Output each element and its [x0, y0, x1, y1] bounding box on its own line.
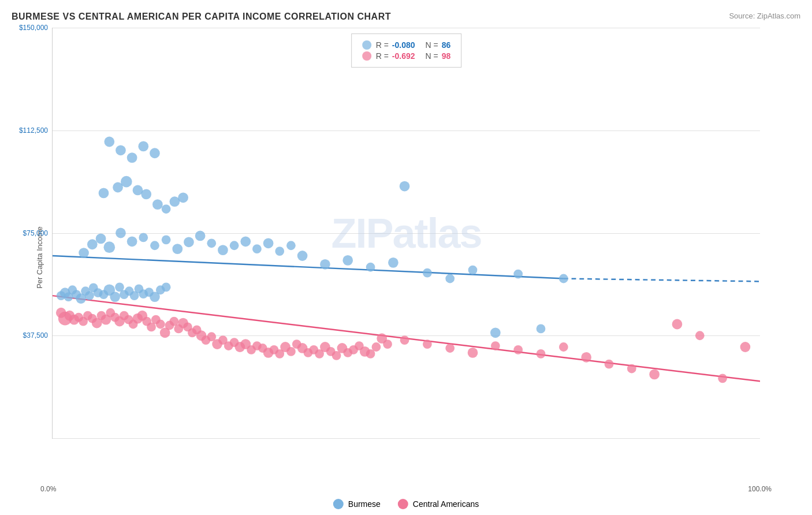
- svg-point-58: [127, 152, 137, 163]
- svg-point-64: [366, 263, 375, 272]
- svg-point-28: [87, 239, 98, 249]
- svg-point-60: [150, 148, 160, 158]
- y-tick-112k: $112,500: [19, 126, 48, 135]
- bottom-legend-burmese-label: Burmese: [348, 499, 381, 509]
- svg-point-138: [383, 339, 392, 349]
- svg-point-145: [537, 349, 546, 359]
- scatter-svg: [53, 28, 760, 438]
- svg-point-57: [116, 145, 126, 155]
- bottom-legend-central: Central Americans: [398, 499, 479, 509]
- svg-point-30: [103, 241, 115, 253]
- svg-point-47: [99, 188, 109, 198]
- svg-point-40: [218, 245, 228, 255]
- svg-point-37: [184, 237, 194, 247]
- svg-point-121: [286, 347, 296, 356]
- svg-point-55: [178, 192, 188, 203]
- svg-point-36: [172, 244, 182, 254]
- bottom-legend-burmese-icon: [333, 499, 344, 509]
- svg-point-96: [156, 320, 165, 329]
- svg-point-59: [138, 141, 148, 152]
- svg-point-72: [537, 324, 546, 334]
- svg-point-38: [195, 231, 206, 241]
- svg-point-66: [400, 181, 410, 192]
- svg-point-149: [627, 364, 636, 374]
- svg-point-142: [468, 348, 478, 358]
- svg-point-139: [400, 335, 409, 345]
- svg-point-150: [649, 370, 660, 380]
- chart-area: $150,000 $112,500 $75,000 $37,500 ZIPatl…: [52, 28, 760, 439]
- svg-point-16: [110, 292, 120, 302]
- svg-point-73: [559, 274, 568, 283]
- svg-point-33: [139, 233, 148, 242]
- bottom-legend-central-icon: [398, 499, 408, 509]
- svg-point-11: [85, 291, 94, 300]
- x-axis: 0.0% 100.0%: [40, 485, 772, 493]
- svg-point-146: [559, 342, 568, 352]
- bottom-legend-central-label: Central Americans: [413, 499, 479, 509]
- svg-point-42: [240, 236, 251, 247]
- svg-point-41: [230, 241, 239, 250]
- bottom-legend-burmese: Burmese: [333, 499, 381, 509]
- svg-point-153: [718, 374, 727, 383]
- chart-container: BURMESE VS CENTRAL AMERICAN PER CAPITA I…: [0, 0, 812, 515]
- svg-line-1: [53, 256, 564, 279]
- svg-point-151: [672, 319, 683, 330]
- svg-point-62: [320, 259, 330, 270]
- bottom-legend: Burmese Central Americans: [333, 499, 479, 509]
- svg-point-56: [104, 137, 114, 147]
- svg-point-52: [152, 199, 163, 210]
- chart-title: BURMESE VS CENTRAL AMERICAN PER CAPITA I…: [12, 12, 800, 22]
- y-tick-37k: $37,500: [23, 331, 48, 339]
- svg-point-34: [150, 241, 159, 250]
- svg-point-148: [605, 360, 614, 369]
- x-tick-0: 0.0%: [40, 485, 56, 493]
- svg-point-46: [286, 241, 296, 250]
- svg-point-32: [127, 236, 137, 247]
- svg-point-65: [388, 258, 398, 268]
- svg-point-136: [372, 342, 381, 352]
- svg-point-140: [423, 339, 432, 349]
- svg-point-152: [695, 331, 705, 340]
- svg-point-51: [141, 189, 151, 199]
- svg-point-154: [740, 342, 751, 352]
- svg-point-31: [116, 228, 126, 238]
- svg-point-26: [162, 282, 171, 292]
- svg-line-2: [564, 279, 760, 282]
- svg-point-71: [513, 270, 523, 279]
- svg-point-63: [342, 255, 353, 266]
- svg-point-143: [491, 341, 500, 350]
- y-tick-150k: $150,000: [19, 24, 48, 32]
- svg-point-44: [263, 238, 274, 248]
- svg-point-27: [79, 248, 89, 258]
- source-label: Source: ZipAtlas.com: [729, 12, 800, 20]
- svg-point-147: [581, 352, 591, 363]
- svg-point-141: [445, 344, 455, 353]
- y-tick-75k: $75,000: [23, 229, 48, 237]
- svg-point-67: [423, 268, 432, 278]
- svg-point-39: [207, 238, 216, 248]
- svg-point-61: [297, 251, 308, 261]
- svg-point-43: [252, 244, 262, 253]
- svg-point-29: [96, 233, 106, 244]
- svg-point-70: [490, 327, 501, 338]
- x-tick-100: 100.0%: [748, 485, 772, 493]
- svg-point-144: [513, 345, 523, 354]
- svg-point-68: [445, 274, 455, 283]
- svg-point-35: [162, 235, 171, 244]
- svg-point-49: [121, 176, 132, 188]
- svg-point-53: [162, 204, 171, 214]
- svg-point-45: [275, 247, 284, 256]
- grid-line-bottom: [53, 438, 760, 439]
- svg-point-69: [468, 266, 478, 275]
